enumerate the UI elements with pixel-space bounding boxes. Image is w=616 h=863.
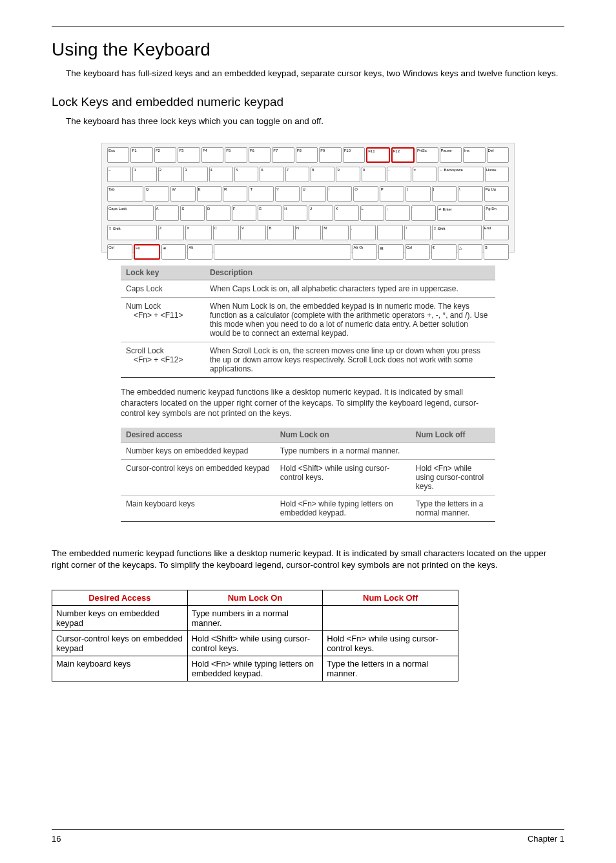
table-row: Number keys on embedded keypad Type numb… [121, 442, 495, 460]
cell: Number keys on embedded keypad [52, 605, 188, 630]
inner-paragraph: The embedded numeric keypad functions li… [121, 387, 495, 419]
cell: Type the letters in a normal manner. [323, 656, 458, 681]
page-title: Using the Keyboard [52, 39, 564, 60]
cell: Main keyboard keys [121, 495, 275, 522]
numlock-h3: Num Lock off [411, 428, 495, 442]
cell: Hold <Shift> while using cursor-control … [187, 630, 323, 656]
cell: Cursor-control keys on embedded keypad [52, 630, 188, 656]
table-row: Main keyboard keys Hold <Fn> while typin… [121, 495, 495, 522]
cell: Main keyboard keys [52, 656, 188, 681]
table-row: Cursor-control keys on embedded keypad H… [121, 460, 495, 495]
lock-key-desc: When Caps Lock is on, all alphabetic cha… [205, 280, 495, 298]
section-intro: The keyboard has three lock keys which y… [66, 116, 564, 127]
cell: Type numbers in a normal manner. [275, 442, 411, 460]
cell: Type the letters in a normal manner. [411, 495, 495, 522]
keyboard-diagram: EscF1F2F3F4F5F6F7F8F9F10F11F12PrtScPause… [101, 143, 515, 253]
numlock-inner-table: Desired access Num Lock on Num Lock off … [121, 428, 495, 522]
lock-key-shortcut: <Fn> + <F11> [126, 311, 183, 320]
section-heading: Lock Keys and embedded numeric keypad [52, 95, 564, 109]
lock-key-shortcut: <Fn> + <F12> [126, 355, 183, 364]
table-row: Scroll Lock<Fn> + <F12> When Scroll Lock… [121, 342, 495, 378]
cell: Hold <Shift> while using cursor-control … [275, 460, 411, 495]
cell: Hold <Fn> while typing letters on embedd… [275, 495, 411, 522]
cell: Number keys on embedded keypad [121, 442, 275, 460]
cell: Cursor-control keys on embedded keypad [121, 460, 275, 495]
numlock-h2: Num Lock on [275, 428, 411, 442]
cell [323, 605, 458, 630]
cell: Type numbers in a normal manner. [187, 605, 323, 630]
access-h1: Desired Access [52, 590, 188, 605]
access-h3: Num Lock Off [323, 590, 458, 605]
table-row: Cursor-control keys on embedded keypad H… [52, 630, 458, 656]
page-number: 16 [52, 834, 61, 844]
cell: Hold <Fn> while using cursor-control key… [411, 460, 495, 495]
lock-keys-table: Lock key Description Caps Lock When Caps… [121, 265, 495, 378]
table-row: Caps Lock When Caps Lock is on, all alph… [121, 280, 495, 298]
table-row: Number keys on embedded keypad Type numb… [52, 605, 458, 630]
desired-access-table: Desired Access Num Lock On Num Lock Off … [52, 590, 458, 681]
table-row: Main keyboard keys Hold <Fn> while typin… [52, 656, 458, 681]
numlock-h1: Desired access [121, 428, 275, 442]
chapter-label: Chapter 1 [528, 834, 564, 844]
cell: Hold <Fn> while typing letters on embedd… [187, 656, 323, 681]
lock-key-name: Num Lock [126, 302, 161, 311]
lock-table-h2: Description [205, 265, 495, 280]
lock-key-desc: When Num Lock is on, the embedded keypad… [205, 298, 495, 342]
table-row: Num Lock<Fn> + <F11> When Num Lock is on… [121, 298, 495, 342]
lock-table-h1: Lock key [121, 265, 205, 280]
lower-paragraph: The embedded numeric keypad functions li… [52, 548, 564, 571]
intro-paragraph: The keyboard has full-sized keys and an … [66, 68, 564, 79]
cell [411, 442, 495, 460]
lock-key-desc: When Scroll Lock is on, the screen moves… [205, 342, 495, 378]
lock-key-name: Caps Lock [126, 284, 163, 293]
cell: Hold <Fn> while using cursor-control key… [323, 630, 458, 656]
lock-key-name: Scroll Lock [126, 346, 164, 355]
access-h2: Num Lock On [187, 590, 323, 605]
